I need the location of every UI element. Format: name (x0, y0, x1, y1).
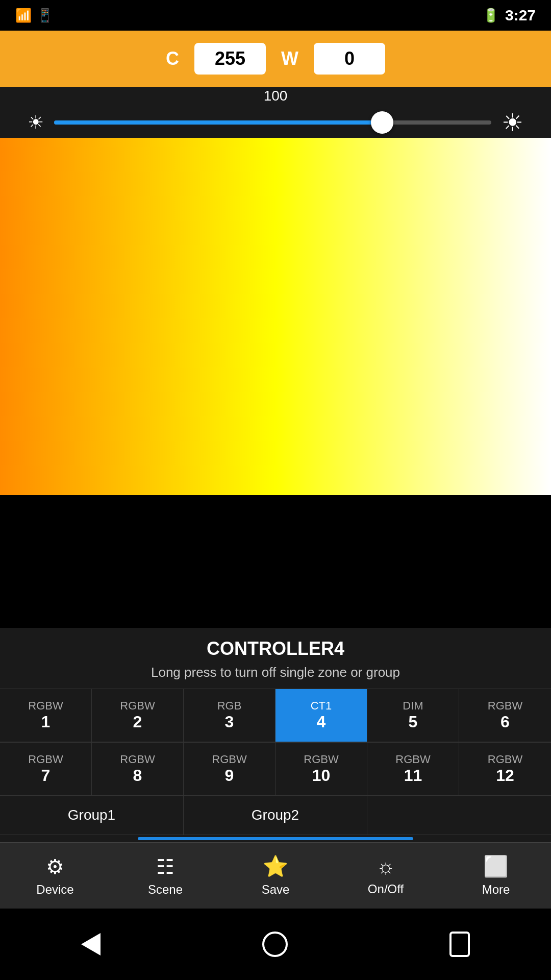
zone-type-9: RGBW (212, 753, 246, 766)
more-icon: ⬜ (483, 854, 509, 878)
scroll-indicator (138, 837, 413, 840)
zone-cell-2[interactable]: RGBW 2 (92, 689, 184, 742)
scene-label: Scene (148, 883, 183, 897)
onoff-icon: ☼ (377, 855, 395, 878)
zone-type-7: RGBW (28, 753, 63, 766)
nav-device[interactable]: ⚙ Device (0, 843, 110, 909)
nav-save[interactable]: ⭐ Save (220, 843, 331, 909)
controller-subtitle: Long press to turn off single zone or gr… (0, 665, 551, 689)
scroll-row (0, 835, 551, 842)
onoff-label: On/Off (368, 882, 404, 896)
zone-number-7: 7 (41, 766, 51, 785)
c-label: C (166, 48, 179, 69)
group2-label: Group2 (252, 807, 299, 823)
save-icon: ⭐ (263, 854, 288, 878)
zone-type-4: CT1 (311, 699, 332, 713)
zone-cell-5[interactable]: DIM 5 (367, 689, 459, 742)
group-row: Group1 Group2 (0, 795, 551, 835)
zone-type-12: RGBW (488, 753, 522, 766)
sun-small-icon: ☀ (28, 112, 44, 133)
controller-title: CONTROLLER4 (0, 628, 551, 665)
zone-number-3: 3 (225, 713, 234, 731)
zone-number-10: 10 (312, 766, 331, 785)
w-label: W (281, 48, 298, 69)
brightness-slider-row: ☀ ☀ (28, 108, 523, 137)
more-label: More (482, 883, 510, 897)
wifi-icon: 📶 (15, 8, 32, 23)
zone-type-6: RGBW (488, 699, 522, 713)
zone-cell-12[interactable]: RGBW 12 (459, 743, 551, 795)
battery-icon: 🔋 (483, 8, 499, 23)
zone-cell-11[interactable]: RGBW 11 (367, 743, 459, 795)
status-left: 📶 📱 (15, 8, 53, 23)
zone-number-5: 5 (409, 713, 418, 731)
zone-type-10: RGBW (304, 753, 338, 766)
save-label: Save (262, 883, 290, 897)
nav-more[interactable]: ⬜ More (441, 843, 551, 909)
nav-onoff[interactable]: ☼ On/Off (331, 843, 441, 909)
brightness-slider[interactable] (54, 120, 491, 125)
color-canvas[interactable] (0, 138, 551, 495)
zone-type-8: RGBW (120, 753, 155, 766)
brightness-bar: 100 ☀ ☀ (0, 87, 551, 138)
status-bar: 📶 📱 🔋 3:27 (0, 0, 551, 31)
group2-cell[interactable]: Group2 (184, 796, 367, 835)
zone-cell-3[interactable]: RGB 3 (184, 689, 276, 742)
zone-cell-6[interactable]: RGBW 6 (459, 689, 551, 742)
brightness-value: 100 (264, 88, 288, 104)
zone-cell-1[interactable]: RGBW 1 (0, 689, 92, 742)
c-value-input[interactable] (194, 43, 266, 75)
zone-type-1: RGBW (28, 699, 63, 713)
bottom-panel: CONTROLLER4 Long press to turn off singl… (0, 628, 551, 842)
group1-cell[interactable]: Group1 (0, 796, 184, 835)
zone-type-3: RGB (217, 699, 242, 713)
zone-cell-9[interactable]: RGBW 9 (184, 743, 276, 795)
zone-grid-row2: RGBW 7 RGBW 8 RGBW 9 RGBW 10 RGBW 11 RGB… (0, 742, 551, 795)
top-header: C W (0, 31, 551, 87)
zone-cell-7[interactable]: RGBW 7 (0, 743, 92, 795)
zone-grid-row1: RGBW 1 RGBW 2 RGB 3 CT1 4 DIM 5 RGBW 6 (0, 689, 551, 742)
group1-label: Group1 (68, 807, 115, 823)
recent-icon (449, 932, 470, 957)
status-time: 3:27 (505, 7, 536, 24)
status-right: 🔋 3:27 (483, 7, 536, 24)
sun-large-icon: ☀ (502, 108, 523, 137)
back-button[interactable] (71, 923, 111, 966)
nav-scene[interactable]: ☷ Scene (110, 843, 220, 909)
group3-cell[interactable] (367, 796, 551, 835)
recent-button[interactable] (439, 921, 480, 967)
home-button[interactable] (252, 921, 298, 967)
zone-cell-10[interactable]: RGBW 10 (276, 743, 367, 795)
zone-number-8: 8 (133, 766, 142, 785)
zone-cell-8[interactable]: RGBW 8 (92, 743, 184, 795)
slider-fill (54, 120, 382, 125)
zone-type-5: DIM (403, 699, 423, 713)
zone-number-12: 12 (496, 766, 514, 785)
device-icon: ⚙ (46, 855, 64, 878)
zone-number-4: 4 (317, 713, 326, 731)
zone-number-6: 6 (500, 713, 510, 731)
bottom-nav: ⚙ Device ☷ Scene ⭐ Save ☼ On/Off ⬜ More (0, 842, 551, 909)
scene-icon: ☷ (156, 855, 174, 878)
zone-cell-4[interactable]: CT1 4 (276, 689, 367, 742)
signal-icon: 📱 (37, 8, 53, 23)
w-value-input[interactable] (314, 43, 385, 75)
zone-number-11: 11 (404, 766, 422, 785)
zone-type-2: RGBW (120, 699, 155, 713)
zone-type-11: RGBW (395, 753, 430, 766)
zone-number-1: 1 (41, 713, 51, 731)
slider-thumb[interactable] (371, 111, 393, 134)
device-label: Device (36, 883, 73, 897)
zone-number-2: 2 (133, 713, 142, 731)
back-icon (81, 933, 101, 955)
home-icon (262, 932, 288, 957)
zone-number-9: 9 (225, 766, 234, 785)
system-nav (0, 909, 551, 980)
